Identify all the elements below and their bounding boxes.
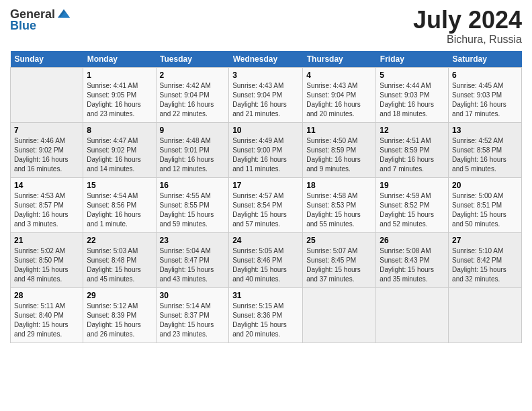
calendar-cell: 12Sunrise: 4:51 AMSunset: 8:59 PMDayligh… (376, 122, 449, 177)
week-row-2: 7Sunrise: 4:46 AMSunset: 9:02 PMDaylight… (11, 122, 522, 177)
calendar-cell (376, 287, 449, 342)
cell-content: Sunrise: 5:08 AMSunset: 8:43 PMDaylight:… (380, 246, 445, 284)
day-number: 31 (232, 291, 299, 300)
calendar-cell: 16Sunrise: 4:55 AMSunset: 8:55 PMDayligh… (156, 177, 229, 232)
day-number: 10 (232, 126, 299, 135)
day-number: 13 (452, 126, 518, 135)
cell-content: Sunrise: 4:42 AMSunset: 9:04 PMDaylight:… (160, 81, 226, 119)
logo-blue: Blue (10, 19, 36, 33)
day-number: 16 (160, 181, 226, 190)
calendar-cell: 21Sunrise: 5:02 AMSunset: 8:50 PMDayligh… (11, 232, 83, 287)
calendar-cell: 14Sunrise: 4:53 AMSunset: 8:57 PMDayligh… (11, 177, 83, 232)
cell-content: Sunrise: 4:41 AMSunset: 9:05 PMDaylight:… (87, 81, 152, 119)
calendar-cell: 2Sunrise: 4:42 AMSunset: 9:04 PMDaylight… (156, 67, 229, 122)
calendar-cell: 3Sunrise: 4:43 AMSunset: 9:04 PMDaylight… (229, 67, 303, 122)
day-number: 15 (87, 181, 152, 190)
day-number: 8 (87, 126, 152, 135)
cell-content: Sunrise: 5:11 AMSunset: 8:40 PMDaylight:… (14, 302, 79, 339)
cell-content: Sunrise: 5:05 AMSunset: 8:46 PMDaylight:… (232, 246, 299, 284)
header-row: SundayMondayTuesdayWednesdayThursdayFrid… (11, 51, 522, 68)
col-header-thursday: Thursday (303, 51, 376, 68)
calendar-cell: 25Sunrise: 5:07 AMSunset: 8:45 PMDayligh… (303, 232, 376, 287)
col-header-sunday: Sunday (11, 51, 83, 68)
main-title: July 2024 (413, 7, 522, 34)
cell-content: Sunrise: 4:50 AMSunset: 8:59 PMDaylight:… (306, 136, 372, 174)
calendar-cell: 23Sunrise: 5:04 AMSunset: 8:47 PMDayligh… (156, 232, 229, 287)
calendar-cell: 24Sunrise: 5:05 AMSunset: 8:46 PMDayligh… (229, 232, 303, 287)
day-number: 2 (160, 71, 226, 80)
cell-content: Sunrise: 5:02 AMSunset: 8:50 PMDaylight:… (14, 246, 79, 284)
week-row-1: 1Sunrise: 4:41 AMSunset: 9:05 PMDaylight… (11, 67, 522, 122)
calendar-cell: 1Sunrise: 4:41 AMSunset: 9:05 PMDaylight… (83, 67, 156, 122)
cell-content: Sunrise: 4:55 AMSunset: 8:55 PMDaylight:… (160, 191, 226, 229)
calendar-cell: 5Sunrise: 4:44 AMSunset: 9:03 PMDaylight… (376, 67, 449, 122)
day-number: 17 (232, 181, 299, 190)
logo: General Blue (10, 7, 71, 33)
calendar-cell: 30Sunrise: 5:14 AMSunset: 8:37 PMDayligh… (156, 287, 229, 342)
cell-content: Sunrise: 4:53 AMSunset: 8:57 PMDaylight:… (14, 191, 79, 229)
calendar-cell: 20Sunrise: 5:00 AMSunset: 8:51 PMDayligh… (449, 177, 522, 232)
calendar-cell: 31Sunrise: 5:15 AMSunset: 8:36 PMDayligh… (229, 287, 303, 342)
calendar-cell: 29Sunrise: 5:12 AMSunset: 8:39 PMDayligh… (83, 287, 156, 342)
calendar-cell: 7Sunrise: 4:46 AMSunset: 9:02 PMDaylight… (11, 122, 83, 177)
cell-content: Sunrise: 4:47 AMSunset: 9:02 PMDaylight:… (87, 136, 152, 174)
cell-content: Sunrise: 4:58 AMSunset: 8:53 PMDaylight:… (306, 191, 372, 229)
cell-content: Sunrise: 4:48 AMSunset: 9:01 PMDaylight:… (160, 136, 226, 174)
col-header-saturday: Saturday (449, 51, 522, 68)
cell-content: Sunrise: 4:57 AMSunset: 8:54 PMDaylight:… (232, 191, 299, 229)
day-number: 20 (452, 181, 518, 190)
cell-content: Sunrise: 4:45 AMSunset: 9:03 PMDaylight:… (452, 81, 518, 119)
cell-content: Sunrise: 5:03 AMSunset: 8:48 PMDaylight:… (87, 246, 152, 284)
calendar-cell: 22Sunrise: 5:03 AMSunset: 8:48 PMDayligh… (83, 232, 156, 287)
cell-content: Sunrise: 4:43 AMSunset: 9:04 PMDaylight:… (232, 81, 299, 119)
week-row-3: 14Sunrise: 4:53 AMSunset: 8:57 PMDayligh… (11, 177, 522, 232)
calendar-cell: 18Sunrise: 4:58 AMSunset: 8:53 PMDayligh… (303, 177, 376, 232)
day-number: 3 (232, 71, 299, 80)
logo-icon (56, 7, 71, 21)
col-header-tuesday: Tuesday (156, 51, 229, 68)
calendar-cell: 6Sunrise: 4:45 AMSunset: 9:03 PMDaylight… (449, 67, 522, 122)
cell-content: Sunrise: 5:00 AMSunset: 8:51 PMDaylight:… (452, 191, 518, 229)
main-container: General Blue July 2024 Bichura, Russia S… (0, 0, 532, 350)
calendar-cell (449, 287, 522, 342)
day-number: 1 (87, 71, 152, 80)
sub-title: Bichura, Russia (413, 34, 522, 46)
header: General Blue July 2024 Bichura, Russia (10, 7, 522, 46)
calendar-cell (303, 287, 376, 342)
calendar-cell: 8Sunrise: 4:47 AMSunset: 9:02 PMDaylight… (83, 122, 156, 177)
day-number: 12 (380, 126, 445, 135)
calendar-table: SundayMondayTuesdayWednesdayThursdayFrid… (10, 51, 522, 343)
calendar-cell: 26Sunrise: 5:08 AMSunset: 8:43 PMDayligh… (376, 232, 449, 287)
day-number: 22 (87, 236, 152, 245)
day-number: 9 (160, 126, 226, 135)
cell-content: Sunrise: 4:49 AMSunset: 9:00 PMDaylight:… (232, 136, 299, 174)
day-number: 19 (380, 181, 445, 190)
day-number: 5 (380, 71, 445, 80)
cell-content: Sunrise: 4:59 AMSunset: 8:52 PMDaylight:… (380, 191, 445, 229)
calendar-cell: 9Sunrise: 4:48 AMSunset: 9:01 PMDaylight… (156, 122, 229, 177)
day-number: 11 (306, 126, 372, 135)
calendar-cell: 17Sunrise: 4:57 AMSunset: 8:54 PMDayligh… (229, 177, 303, 232)
calendar-cell: 19Sunrise: 4:59 AMSunset: 8:52 PMDayligh… (376, 177, 449, 232)
day-number: 23 (160, 236, 226, 245)
title-block: July 2024 Bichura, Russia (413, 7, 522, 46)
cell-content: Sunrise: 4:43 AMSunset: 9:04 PMDaylight:… (306, 81, 372, 119)
cell-content: Sunrise: 4:52 AMSunset: 8:58 PMDaylight:… (452, 136, 518, 174)
day-number: 14 (14, 181, 79, 190)
calendar-cell (11, 67, 83, 122)
cell-content: Sunrise: 4:46 AMSunset: 9:02 PMDaylight:… (14, 136, 79, 174)
cell-content: Sunrise: 5:04 AMSunset: 8:47 PMDaylight:… (160, 246, 226, 284)
week-row-4: 21Sunrise: 5:02 AMSunset: 8:50 PMDayligh… (11, 232, 522, 287)
col-header-wednesday: Wednesday (229, 51, 303, 68)
day-number: 27 (452, 236, 518, 245)
cell-content: Sunrise: 5:07 AMSunset: 8:45 PMDaylight:… (306, 246, 372, 284)
calendar-cell: 15Sunrise: 4:54 AMSunset: 8:56 PMDayligh… (83, 177, 156, 232)
col-header-monday: Monday (83, 51, 156, 68)
col-header-friday: Friday (376, 51, 449, 68)
day-number: 7 (14, 126, 79, 135)
day-number: 26 (380, 236, 445, 245)
cell-content: Sunrise: 4:54 AMSunset: 8:56 PMDaylight:… (87, 191, 152, 229)
cell-content: Sunrise: 5:10 AMSunset: 8:42 PMDaylight:… (452, 246, 518, 284)
cell-content: Sunrise: 5:12 AMSunset: 8:39 PMDaylight:… (87, 302, 152, 339)
day-number: 4 (306, 71, 372, 80)
